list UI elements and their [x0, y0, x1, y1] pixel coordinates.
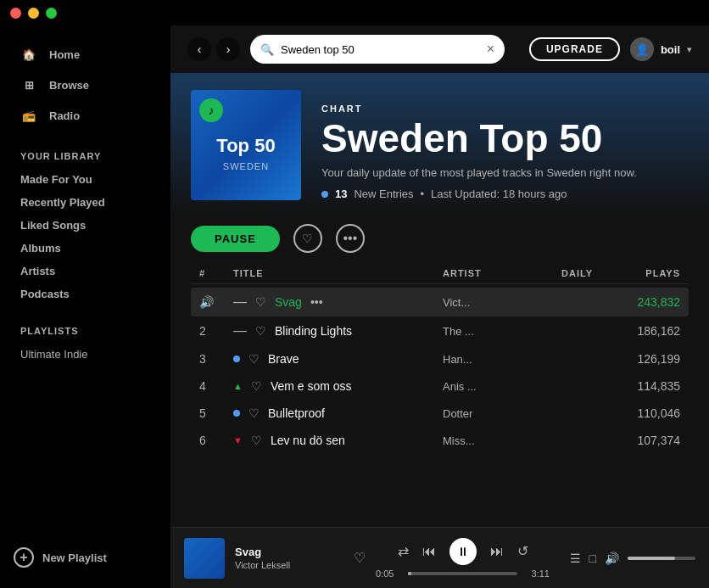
- search-input[interactable]: [281, 43, 480, 56]
- sidebar-item-liked-songs[interactable]: Liked Songs: [10, 214, 160, 237]
- progress-bar-bg[interactable]: [408, 572, 517, 575]
- playlist-description: Your daily update of the most played tra…: [321, 166, 689, 179]
- track-plays: 107,374: [612, 434, 680, 447]
- col-plays: PLAYS: [612, 268, 680, 278]
- last-updated-label: Last Updated: 18 hours ago: [431, 188, 567, 200]
- sidebar-item-made-for-you[interactable]: Made For You: [10, 168, 160, 191]
- search-icon: 🔍: [260, 43, 274, 56]
- sidebar-item-home[interactable]: 🏠 Home: [10, 39, 160, 70]
- chart-label: CHART: [321, 104, 689, 114]
- user-avatar-icon: 👤: [630, 37, 654, 61]
- col-title: TITLE: [233, 268, 443, 278]
- track-row[interactable]: 2 — ♡ Blinding Lights The ... 186,162: [191, 316, 689, 345]
- new-playlist-button[interactable]: + New Playlist: [0, 540, 170, 574]
- track-heart-button[interactable]: ♡: [248, 406, 260, 420]
- playlist-header: ♪ Top 50 SWEDEN CHART Sweden Top 50 Your…: [170, 73, 709, 214]
- queue-button[interactable]: ☰: [570, 552, 581, 565]
- nowplaying-bar: Svag Victor Leksell ♡ ⇄ ⏮ ⏸ ⏭ ↺ 0:05 3:: [170, 527, 709, 588]
- track-number: 6: [199, 434, 206, 447]
- shuffle-button[interactable]: ⇄: [398, 543, 409, 559]
- track-row[interactable]: 4 ▲ ♡ Vem e som oss Anis ... 114,835: [191, 372, 689, 400]
- track-number: 3: [199, 352, 206, 366]
- track-artist: Han...: [443, 353, 561, 366]
- nowplaying-info: Svag Victor Leksell: [235, 546, 337, 570]
- heart-button[interactable]: ♡: [293, 224, 322, 253]
- nowplaying-heart-button[interactable]: ♡: [354, 550, 366, 566]
- track-plays: 110,046: [612, 406, 680, 420]
- trend-none: —: [233, 323, 247, 339]
- sidebar-item-label: Radio: [49, 109, 80, 122]
- track-row[interactable]: 6 ▼ ♡ Lev nu dö sen Miss... 107,374: [191, 427, 689, 454]
- track-row[interactable]: 5 ♡ Bulletproof Dotter 110,046: [191, 400, 689, 427]
- track-title: Svag: [275, 295, 302, 309]
- browse-icon: ⊞: [20, 76, 37, 93]
- repeat-button[interactable]: ↺: [517, 543, 528, 559]
- track-heart-button[interactable]: ♡: [255, 324, 266, 338]
- devices-button[interactable]: □: [589, 552, 596, 565]
- sidebar-item-recently-played[interactable]: Recently Played: [10, 191, 160, 214]
- more-options-button[interactable]: •••: [336, 224, 365, 253]
- track-heart-button[interactable]: ♡: [255, 295, 266, 309]
- search-clear-icon[interactable]: ×: [487, 42, 494, 57]
- cover-art: ♪ Top 50 SWEDEN: [191, 90, 301, 200]
- forward-button[interactable]: ›: [216, 37, 240, 61]
- volume-bar[interactable]: [628, 557, 695, 560]
- track-heart-button[interactable]: ♡: [251, 379, 262, 393]
- nowplaying-right-controls: ☰ □ 🔊: [560, 552, 695, 565]
- track-title: Lev nu dö sen: [271, 434, 345, 447]
- pause-button[interactable]: PAUSE: [191, 226, 280, 252]
- sidebar-item-podcasts[interactable]: Podcasts: [10, 283, 160, 305]
- user-area[interactable]: 👤 boil ▾: [630, 37, 692, 61]
- progress-bar-container[interactable]: 0:05 3:11: [376, 568, 550, 579]
- back-button[interactable]: ‹: [187, 37, 211, 61]
- minimize-dot[interactable]: [28, 8, 39, 19]
- maximize-dot[interactable]: [46, 8, 57, 19]
- track-artist: Anis ...: [443, 380, 561, 393]
- upgrade-button[interactable]: UPGRADE: [529, 37, 620, 61]
- track-plays: 243,832: [612, 295, 680, 309]
- titlebar: [0, 0, 709, 25]
- track-number: 2: [199, 324, 206, 338]
- search-bar: 🔍 ×: [250, 35, 505, 64]
- track-heart-button[interactable]: ♡: [251, 434, 262, 447]
- previous-button[interactable]: ⏮: [422, 544, 436, 559]
- main-content: ‹ › 🔍 × UPGRADE 👤 boil ▾ ♪ Top 50: [170, 25, 709, 588]
- topbar: ‹ › 🔍 × UPGRADE 👤 boil ▾: [170, 25, 709, 73]
- new-track-indicator: [233, 356, 240, 362]
- track-row[interactable]: 🔊 — ♡ Svag ••• Vict... 243,832: [191, 288, 689, 316]
- track-number: 4: [199, 379, 206, 393]
- cover-title: Top 50: [216, 136, 275, 156]
- new-entries-label: New Entries: [354, 188, 413, 200]
- play-pause-button[interactable]: ⏸: [449, 538, 477, 565]
- radio-icon: 📻: [20, 107, 37, 124]
- new-playlist-label: New Playlist: [42, 552, 107, 564]
- nowplaying-title: Svag: [235, 546, 337, 558]
- track-artist: The ...: [443, 325, 561, 338]
- sidebar-item-artists[interactable]: Artists: [10, 260, 160, 283]
- nowplaying-artist: Victor Leksell: [235, 560, 337, 570]
- sidebar: 🏠 Home ⊞ Browse 📻 Radio YOUR LIBRARY Mad…: [0, 25, 170, 588]
- sidebar-item-ultimate-indie[interactable]: Ultimate Indie: [0, 343, 170, 366]
- new-entries-row: 13 New Entries • Last Updated: 18 hours …: [321, 188, 689, 200]
- next-button[interactable]: ⏭: [490, 544, 504, 559]
- playlist-title: Sweden Top 50: [321, 119, 689, 158]
- trending-down-icon: ▼: [233, 435, 243, 445]
- trending-up-icon: ▲: [233, 381, 243, 391]
- sidebar-item-browse[interactable]: ⊞ Browse: [10, 70, 160, 100]
- track-plays: 114,835: [612, 379, 680, 393]
- library-label: YOUR LIBRARY: [10, 144, 160, 168]
- track-heart-button[interactable]: ♡: [248, 352, 260, 366]
- close-dot[interactable]: [10, 8, 21, 19]
- col-artist: ARTIST: [443, 268, 561, 278]
- volume-icon[interactable]: 🔊: [605, 552, 619, 565]
- sidebar-item-albums[interactable]: Albums: [10, 237, 160, 260]
- current-time: 0:05: [376, 568, 401, 579]
- nowplaying-thumbnail: [184, 538, 225, 579]
- home-icon: 🏠: [20, 46, 37, 63]
- sidebar-item-radio[interactable]: 📻 Radio: [10, 100, 160, 131]
- sidebar-item-label: Browse: [49, 79, 89, 92]
- user-name: boil: [661, 43, 680, 56]
- track-row[interactable]: 3 ♡ Brave Han... 126,199: [191, 345, 689, 372]
- track-title: Bulletproof: [268, 406, 325, 420]
- track-more-button[interactable]: •••: [310, 295, 323, 309]
